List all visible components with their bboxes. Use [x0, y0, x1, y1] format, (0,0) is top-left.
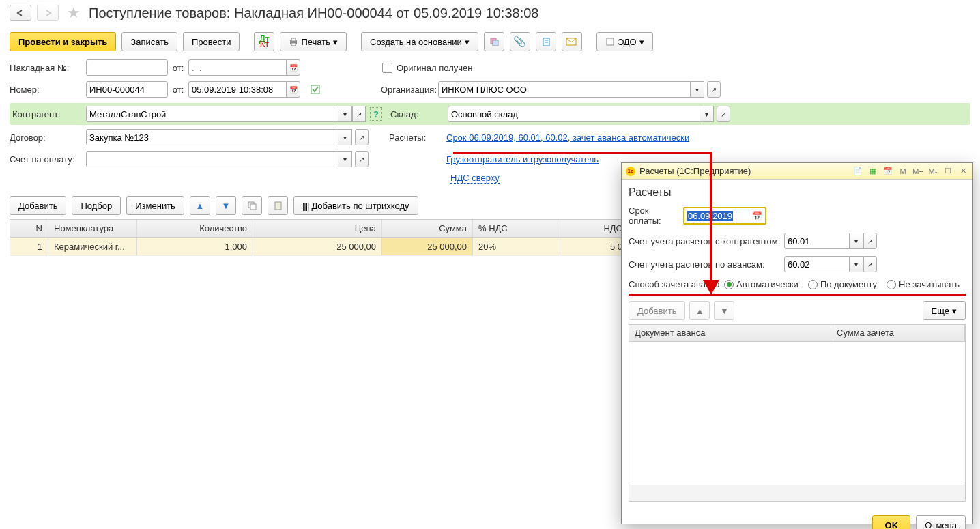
grid-edit-button[interactable]: Изменить [126, 196, 184, 215]
datetime-input[interactable] [188, 81, 287, 98]
memory-m[interactable]: M [897, 166, 908, 177]
doc-status-icon[interactable] [310, 84, 322, 95]
maximize-icon[interactable]: ☐ [942, 166, 953, 177]
calendar-toolbar-icon[interactable]: 📅 [882, 166, 893, 177]
dropdown-icon[interactable]: ▾ [850, 233, 863, 249]
open-icon[interactable]: ↗ [707, 81, 721, 98]
envelope-icon [566, 37, 577, 46]
modal-up-button[interactable]: ▲ [689, 301, 710, 320]
create-based-button[interactable]: Создать на основании ▾ [361, 32, 478, 51]
dropdown-icon[interactable]: ▾ [700, 106, 714, 122]
due-date-input[interactable]: 06.09.2019 📅 [683, 207, 766, 225]
invoice-no-input[interactable] [86, 59, 168, 76]
modal-col-sum: Сумма зачета [831, 325, 965, 341]
edo-icon [605, 37, 615, 46]
post-button[interactable]: Провести [183, 32, 240, 51]
calendar-icon[interactable]: 📅 [751, 211, 762, 221]
open-icon[interactable]: ↗ [717, 106, 730, 122]
original-received-label: Оригинал получен [397, 63, 472, 73]
dropdown-icon: ▾ [639, 37, 644, 47]
print-button[interactable]: Печать ▾ [280, 32, 347, 51]
ok-button[interactable]: OK [872, 515, 910, 529]
acct1-input[interactable] [784, 233, 850, 249]
open-icon[interactable]: ↗ [355, 129, 369, 145]
cell-qty: 1,000 [137, 238, 253, 255]
paste-icon [273, 201, 283, 210]
acct2-label: Счет учета расчетов по авансам: [629, 259, 784, 270]
grid-icon[interactable]: ▦ [867, 166, 878, 177]
favorite-star-icon[interactable]: ★ [67, 4, 81, 22]
modal-more-button[interactable]: Еще ▾ [923, 301, 966, 320]
advance-label: Способ зачета аванса: [629, 279, 724, 289]
nav-back-button[interactable] [10, 5, 31, 21]
save-button[interactable]: Записать [121, 32, 177, 51]
open-icon[interactable]: ↗ [352, 106, 366, 122]
calc-link[interactable]: Срок 06.09.2019, 60.01, 60.02, зачет ава… [446, 132, 689, 143]
acct2-input[interactable] [784, 256, 850, 272]
attach-button[interactable]: 📎 [510, 32, 530, 51]
grid-pick-button[interactable]: Подбор [72, 196, 121, 215]
open-icon[interactable]: ↗ [863, 233, 877, 249]
dropdown-icon[interactable]: ▾ [691, 81, 704, 98]
col-vatp: % НДС [473, 220, 560, 237]
cell-n: 1 [10, 238, 48, 255]
col-nom: Номенклатура [48, 220, 137, 237]
cancel-button[interactable]: Отмена [916, 515, 966, 529]
dtct-button[interactable]: ДтКт [254, 32, 274, 51]
shipper-link[interactable]: Грузоотправитель и грузополучатель [446, 154, 599, 165]
number-input[interactable] [86, 81, 168, 98]
number-label: Номер: [10, 85, 86, 95]
cell-sum: 25 000,00 [382, 238, 473, 255]
close-icon[interactable]: ✕ [957, 166, 968, 177]
radio-none[interactable]: Не зачитывать [887, 279, 960, 289]
counterparty-input[interactable] [86, 106, 338, 122]
contract-label: Договор: [10, 132, 86, 143]
contract-input[interactable] [86, 129, 338, 145]
dropdown-icon: ▾ [465, 37, 470, 47]
grid-add-button[interactable]: Добавить [10, 196, 66, 215]
dropdown-icon[interactable]: ▾ [338, 106, 352, 122]
copy-button[interactable] [242, 196, 262, 215]
open-icon[interactable]: ↗ [355, 151, 369, 167]
layers-icon [489, 37, 499, 46]
acct1-label: Счет учета расчетов с контрагентом: [629, 236, 784, 246]
invoice-pay-input[interactable] [86, 151, 338, 167]
col-qty: Количество [137, 220, 253, 237]
envelope-button[interactable] [562, 32, 582, 51]
vat-link[interactable]: НДС сверху [450, 173, 500, 184]
edo-button[interactable]: ЭДО ▾ [596, 32, 653, 51]
modal-down-button[interactable]: ▼ [714, 301, 734, 320]
help-icon[interactable]: ? [370, 107, 382, 121]
dropdown-icon[interactable]: ▾ [338, 151, 352, 167]
calc-modal: 1с Расчеты (1С:Предприятие) 📄 ▦ 📅 M M+ M… [621, 162, 973, 524]
nav-forward-button[interactable] [37, 5, 59, 21]
post-and-close-button[interactable]: Провести и закрыть [10, 32, 116, 51]
barcode-icon: |||| [302, 201, 309, 211]
warehouse-input[interactable] [448, 106, 700, 122]
dropdown-icon[interactable]: ▾ [850, 256, 863, 272]
list-button[interactable] [536, 32, 556, 51]
print-preview-icon[interactable]: 📄 [852, 166, 863, 177]
move-up-button[interactable]: ▲ [190, 196, 210, 215]
radio-auto[interactable]: Автоматически [724, 279, 798, 289]
memory-mminus[interactable]: M- [927, 166, 938, 177]
modal-add-button[interactable]: Добавить [629, 301, 685, 320]
calendar-icon[interactable]: 📅 [287, 59, 300, 76]
cell-nom: Керамический г... [48, 238, 137, 255]
counterparty-label: Контрагент: [10, 109, 86, 119]
calendar-icon[interactable]: 📅 [287, 81, 300, 98]
printer-icon [289, 37, 298, 46]
original-received-checkbox[interactable] [382, 63, 392, 73]
open-icon[interactable]: ↗ [863, 256, 877, 272]
col-price: Цена [253, 220, 382, 237]
org-input[interactable] [438, 81, 691, 98]
radio-doc[interactable]: По документу [808, 279, 877, 289]
dropdown-icon[interactable]: ▾ [338, 129, 352, 145]
barcode-button[interactable]: |||| Добавить по штрихкоду [293, 196, 418, 215]
related-docs-button[interactable] [484, 32, 504, 51]
move-down-button[interactable]: ▼ [216, 196, 236, 215]
app-1c-icon: 1с [626, 167, 635, 176]
paste-button[interactable] [268, 196, 288, 215]
memory-mplus[interactable]: M+ [912, 166, 923, 177]
invoice-date-input[interactable] [188, 59, 287, 76]
